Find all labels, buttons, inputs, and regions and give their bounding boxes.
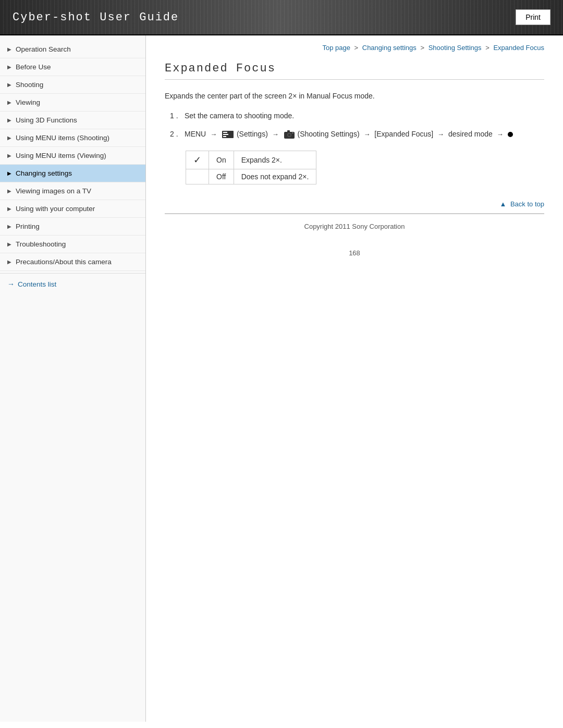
step-1-number: 1 .: [170, 110, 185, 121]
copyright-text: Copyright 2011 Sony Corporation: [304, 223, 405, 230]
sidebar-arrow-icon: ▶: [7, 170, 11, 176]
footer: Copyright 2011 Sony Corporation: [165, 214, 544, 239]
sidebar-arrow-icon: ▶: [7, 82, 11, 88]
svg-rect-8: [292, 132, 293, 133]
arrow-icon-4: →: [437, 129, 444, 140]
sidebar-arrow-icon: ▶: [7, 188, 11, 194]
step-2-text: MENU → (Settings) →: [185, 128, 513, 140]
camera-icon: [284, 130, 295, 139]
sidebar-item-label: Changing settings: [16, 169, 72, 177]
arrow-icon-2: →: [272, 129, 279, 140]
back-to-top-label: Back to top: [510, 200, 544, 208]
sidebar-item-viewing[interactable]: ▶Viewing: [0, 94, 145, 112]
arrow-icon-5: →: [497, 129, 504, 140]
contents-list-label: Contents list: [18, 280, 56, 288]
sidebar-item-label: Troubleshooting: [16, 240, 66, 248]
sidebar-arrow-icon: ▶: [7, 153, 11, 158]
svg-rect-7: [287, 130, 290, 132]
back-to-top-arrow-icon: ▲: [499, 200, 506, 208]
table-check-icon: ✓: [186, 151, 209, 169]
steps-list: 1 . Set the camera to shooting mode. 2 .…: [170, 110, 544, 140]
main-content: Top page > Changing settings > Shooting …: [146, 35, 563, 722]
sidebar-item-label: Using 3D Functions: [16, 116, 77, 124]
sidebar-item-label: Using MENU items (Shooting): [16, 134, 109, 142]
sidebar-item-viewing-images-on-a-tv[interactable]: ▶Viewing images on a TV: [0, 182, 145, 200]
sidebar-arrow-icon: ▶: [7, 241, 11, 247]
table-option-on: On: [209, 151, 234, 169]
sidebar-arrow-icon: ▶: [7, 206, 11, 212]
svg-rect-2: [223, 134, 228, 135]
page-number: 168: [165, 249, 544, 257]
sidebar-arrow-icon: ▶: [7, 135, 11, 141]
sidebar-item-changing-settings[interactable]: ▶Changing settings: [0, 165, 145, 182]
sidebar-item-label: Operation Search: [16, 45, 71, 53]
app-title: Cyber-shot User Guide: [13, 11, 179, 24]
bullet-icon: [508, 132, 513, 137]
sidebar-arrow-icon: ▶: [7, 100, 11, 105]
sidebar-item-printing[interactable]: ▶Printing: [0, 218, 145, 236]
table-row-on: ✓ On Expands 2×.: [186, 151, 316, 169]
sidebar-item-using-menu-items-viewing-[interactable]: ▶Using MENU items (Viewing): [0, 147, 145, 165]
sidebar-arrow-icon: ▶: [7, 259, 11, 265]
page-description: Expands the center part of the screen 2×…: [165, 90, 544, 102]
sidebar-item-label: Printing: [16, 223, 40, 230]
sidebar-item-label: Precautions/About this camera: [16, 258, 112, 266]
svg-rect-3: [223, 136, 226, 137]
settings-icon: [222, 130, 234, 139]
breadcrumb-top-page[interactable]: Top page: [322, 44, 350, 52]
sidebar-item-troubleshooting[interactable]: ▶Troubleshooting: [0, 236, 145, 253]
sidebar-item-label: Using with your computer: [16, 205, 95, 213]
breadcrumb: Top page > Changing settings > Shooting …: [165, 44, 544, 52]
step-1: 1 . Set the camera to shooting mode.: [170, 110, 544, 121]
breadcrumb-shooting-settings[interactable]: Shooting Settings: [429, 44, 482, 52]
svg-rect-1: [223, 132, 227, 133]
step-1-text: Set the camera to shooting mode.: [185, 110, 294, 121]
sidebar-item-label: Before Use: [16, 63, 51, 71]
sidebar-arrow-icon: ▶: [7, 46, 11, 52]
sidebar-item-using-menu-items-shooting-[interactable]: ▶Using MENU items (Shooting): [0, 129, 145, 147]
arrow-icon-1: →: [210, 129, 217, 140]
sidebar-item-operation-search[interactable]: ▶Operation Search: [0, 41, 145, 58]
table-description-on: Expands 2×.: [234, 151, 316, 169]
step-2-number: 2 .: [170, 128, 185, 140]
settings-table: ✓ On Expands 2×. Off Does not expand 2×.: [186, 151, 316, 184]
back-to-top: ▲ Back to top: [165, 200, 544, 208]
sidebar-item-precautions-about-this-camera[interactable]: ▶Precautions/About this camera: [0, 253, 145, 271]
contents-list-link[interactable]: → Contents list: [0, 273, 145, 294]
sidebar-item-label: Viewing: [16, 98, 40, 106]
sidebar-item-using-3d-functions[interactable]: ▶Using 3D Functions: [0, 112, 145, 129]
sidebar-arrow-icon: ▶: [7, 64, 11, 70]
sidebar-arrow-icon: ▶: [7, 224, 11, 229]
sidebar-item-before-use[interactable]: ▶Before Use: [0, 58, 145, 76]
page-title: Expanded Focus: [165, 62, 544, 80]
breadcrumb-changing-settings[interactable]: Changing settings: [362, 44, 417, 52]
sidebar-item-label: Viewing images on a TV: [16, 187, 91, 195]
page-layout: ▶Operation Search▶Before Use▶Shooting▶Vi…: [0, 35, 563, 722]
sidebar-arrow-icon: ▶: [7, 117, 11, 123]
back-to-top-link[interactable]: ▲ Back to top: [499, 200, 544, 208]
arrow-icon-3: →: [363, 129, 370, 140]
table-row-off: Off Does not expand 2×.: [186, 169, 316, 184]
table-empty-icon: [186, 169, 209, 184]
breadcrumb-expanded-focus[interactable]: Expanded Focus: [493, 44, 544, 52]
sidebar-item-label: Using MENU items (Viewing): [16, 152, 106, 159]
sidebar-item-using-with-your-computer[interactable]: ▶Using with your computer: [0, 200, 145, 218]
table-option-off: Off: [209, 169, 234, 184]
sidebar-item-shooting[interactable]: ▶Shooting: [0, 76, 145, 94]
contents-list-arrow-icon: →: [7, 280, 15, 288]
header: Cyber-shot User Guide Print: [0, 0, 563, 35]
sidebar-item-label: Shooting: [16, 81, 43, 89]
sidebar: ▶Operation Search▶Before Use▶Shooting▶Vi…: [0, 35, 146, 722]
table-description-off: Does not expand 2×.: [234, 169, 316, 184]
step-2: 2 . MENU → (Settings) →: [170, 128, 544, 140]
svg-point-6: [288, 134, 290, 137]
print-button[interactable]: Print: [516, 9, 550, 25]
